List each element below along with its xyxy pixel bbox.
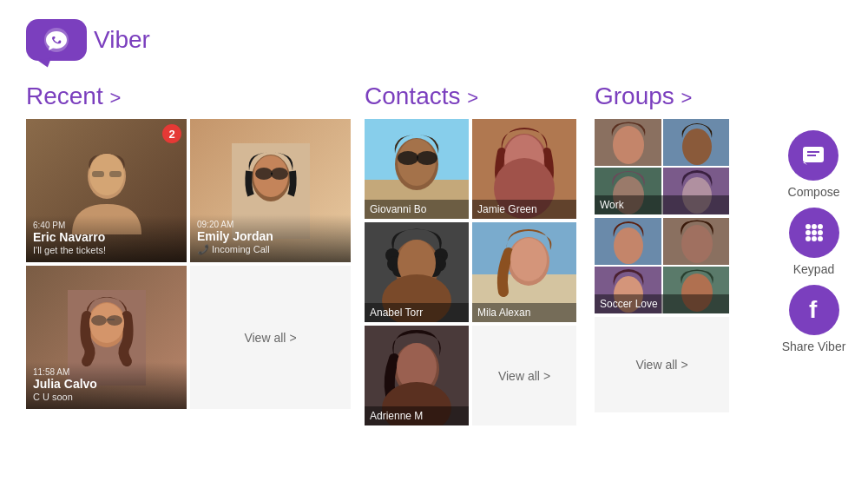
unread-badge: 2 xyxy=(162,124,181,143)
recent-item-emily[interactable]: 09:20 AM Emily Jordan 📞 Incoming Call xyxy=(190,119,351,262)
anabel-name: Anabel Torr xyxy=(370,307,423,319)
recent-item-julia[interactable]: 11:58 AM Julia Calvo C U soon xyxy=(26,266,187,409)
svg-point-8 xyxy=(255,168,273,180)
anabel-overlay: Anabel Torr xyxy=(365,303,469,322)
eric-name: Eric Navarro xyxy=(33,230,180,245)
svg-point-70 xyxy=(806,230,811,235)
svg-point-67 xyxy=(806,224,811,229)
julia-overlay: 11:58 AM Julia Calvo C U soon xyxy=(26,362,187,409)
svg-rect-16 xyxy=(107,319,115,320)
giovanni-name: Giovanni Bo xyxy=(370,203,426,215)
svg-point-22 xyxy=(398,151,418,165)
keypad-icon xyxy=(802,221,826,245)
mila-name: Mila Alexan xyxy=(477,307,530,319)
group-soccer-name: Soccer Love xyxy=(600,298,658,310)
group-soccer-love[interactable]: Soccer Love xyxy=(595,218,729,313)
svg-point-75 xyxy=(818,236,823,241)
compose-label: Compose xyxy=(788,185,840,199)
contact-anabel[interactable]: Anabel Torr xyxy=(365,222,469,322)
contact-mila[interactable]: Mila Alexan xyxy=(472,222,576,322)
group-work-name: Work xyxy=(600,199,624,211)
contact-giovanni[interactable]: Giovanni Bo xyxy=(365,119,469,219)
svg-rect-4 xyxy=(109,171,122,177)
recent-section: Recent > 2 6:40 PM Eric Navarro I' xyxy=(26,82,356,409)
adrienne-overlay: Adrienne M xyxy=(365,406,469,425)
recent-item-eric[interactable]: 2 6:40 PM Eric Navarro I'll get the tick… xyxy=(26,119,187,262)
groups-view-all[interactable]: View all > xyxy=(595,317,729,412)
action-compose[interactable]: Compose xyxy=(788,130,840,199)
jamie-overlay: Jamie Green xyxy=(472,200,576,219)
contacts-view-all-arrow: > xyxy=(543,369,550,383)
contacts-section: Contacts > xyxy=(365,82,582,425)
share-viber-circle: f xyxy=(789,285,839,335)
svg-point-43 xyxy=(510,238,547,281)
keypad-circle xyxy=(789,208,839,258)
mila-overlay: Mila Alexan xyxy=(472,303,576,322)
facebook-icon: f xyxy=(802,297,826,323)
svg-rect-3 xyxy=(92,171,104,177)
action-share-viber[interactable]: f Share Viber xyxy=(782,285,846,353)
svg-point-59 xyxy=(681,225,713,263)
svg-point-71 xyxy=(812,230,817,235)
svg-point-51 xyxy=(682,129,712,165)
svg-point-23 xyxy=(417,151,437,165)
eric-overlay: 6:40 PM Eric Navarro I'll get the ticket… xyxy=(26,215,187,262)
eric-time: 6:40 PM xyxy=(33,221,180,230)
adrienne-name: Adrienne M xyxy=(370,410,423,422)
contacts-arrow: > xyxy=(467,87,478,109)
emily-overlay: 09:20 AM Emily Jordan 📞 Incoming Call xyxy=(190,214,351,262)
logo-bubble xyxy=(26,19,87,61)
svg-text:f: f xyxy=(809,297,818,323)
recent-grid: 2 6:40 PM Eric Navarro I'll get the tick… xyxy=(26,119,356,409)
incoming-call-icon: 📞 xyxy=(197,244,209,255)
recent-header[interactable]: Recent > xyxy=(26,82,356,110)
jamie-name: Jamie Green xyxy=(477,203,537,215)
svg-point-74 xyxy=(812,236,817,241)
groups-view-all-arrow: > xyxy=(681,358,687,372)
contacts-grid: Giovanni Bo Jamie Green xyxy=(365,119,582,425)
svg-point-72 xyxy=(818,230,823,235)
svg-point-49 xyxy=(613,126,644,164)
svg-point-14 xyxy=(91,315,107,326)
groups-section: Groups > xyxy=(595,82,742,412)
groups-header[interactable]: Groups > xyxy=(595,82,742,110)
svg-point-68 xyxy=(812,224,817,229)
contacts-view-all[interactable]: View all > xyxy=(472,326,576,425)
app-name: Viber xyxy=(94,26,150,54)
julia-time: 11:58 AM xyxy=(33,367,180,377)
svg-point-73 xyxy=(806,236,811,241)
share-viber-label: Share Viber xyxy=(782,340,846,353)
group-work[interactable]: Work xyxy=(595,119,729,214)
contacts-view-all-label: View all xyxy=(498,369,540,383)
groups-grid: Work xyxy=(595,119,742,412)
emily-name: Emily Jordan xyxy=(197,229,344,244)
groups-arrow: > xyxy=(681,87,693,109)
group-soccer-overlay: Soccer Love xyxy=(595,294,729,313)
keypad-label: Keypad xyxy=(793,262,834,276)
giovanni-overlay: Giovanni Bo xyxy=(365,200,469,219)
svg-point-69 xyxy=(818,224,823,229)
groups-view-all-label: View all xyxy=(635,358,677,372)
svg-point-9 xyxy=(271,168,288,180)
julia-name: Julia Calvo xyxy=(33,377,180,392)
action-keypad[interactable]: Keypad xyxy=(789,208,839,276)
logo-area: Viber xyxy=(26,19,150,61)
contact-jamie[interactable]: Jamie Green xyxy=(472,119,576,219)
recent-arrow: > xyxy=(110,87,122,109)
svg-point-57 xyxy=(614,228,643,264)
julia-sub: C U soon xyxy=(33,392,180,402)
actions-section: Compose Keypad f Share Viber xyxy=(773,130,855,353)
viber-logo-icon xyxy=(41,24,72,56)
contact-adrienne[interactable]: Adrienne M xyxy=(365,326,469,425)
eric-sub: I'll get the tickets! xyxy=(33,245,180,255)
recent-view-all[interactable]: View all > xyxy=(190,266,351,409)
recent-view-all-label: View all xyxy=(244,331,286,345)
contacts-header[interactable]: Contacts > xyxy=(365,82,582,110)
emily-time: 09:20 AM xyxy=(197,220,344,229)
group-work-overlay: Work xyxy=(595,195,729,214)
emily-sub: 📞 Incoming Call xyxy=(197,244,344,255)
recent-view-all-arrow: > xyxy=(289,331,296,345)
compose-icon xyxy=(800,142,826,168)
compose-circle xyxy=(788,130,838,181)
